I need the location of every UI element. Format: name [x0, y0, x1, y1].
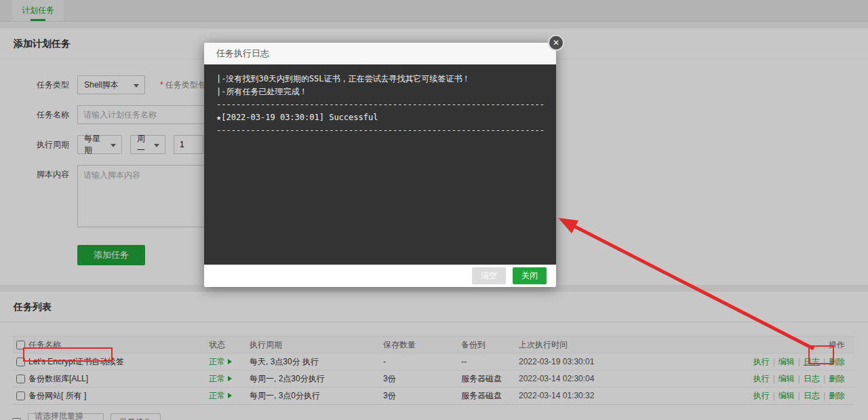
clear-log-button[interactable]: 清空 — [472, 267, 506, 284]
close-modal-button[interactable]: 关闭 — [513, 267, 547, 284]
close-icon[interactable]: ✕ — [548, 35, 564, 51]
log-line: ★[2022-03-19 03:30:01] Successful — [216, 111, 544, 124]
log-line: |-所有任务已处理完成！ — [216, 85, 544, 98]
modal-title: 任务执行日志 — [204, 43, 556, 64]
log-line: ----------------------------------------… — [216, 98, 544, 111]
task-log-modal: 任务执行日志 ✕ |-没有找到30天内到期的SSL证书，正在尝试去寻找其它可续签… — [204, 43, 556, 287]
modal-footer: 清空 关闭 — [204, 265, 556, 287]
log-line: |-没有找到30天内到期的SSL证书，正在尝试去寻找其它可续签证书！ — [216, 73, 544, 85]
log-output: |-没有找到30天内到期的SSL证书，正在尝试去寻找其它可续签证书！ |-所有任… — [204, 64, 556, 265]
log-line: ----------------------------------------… — [216, 124, 544, 137]
